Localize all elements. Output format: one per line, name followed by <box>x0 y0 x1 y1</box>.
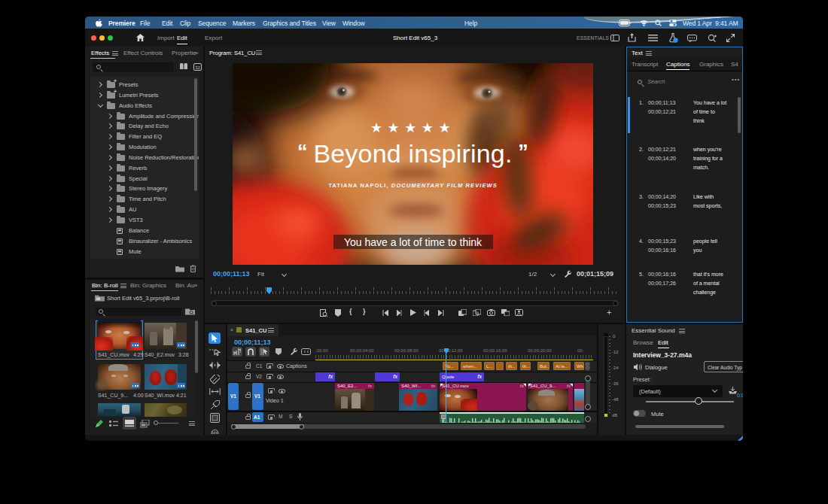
svg-text:fi: fi <box>476 311 479 315</box>
svg-text:32: 32 <box>195 65 200 70</box>
